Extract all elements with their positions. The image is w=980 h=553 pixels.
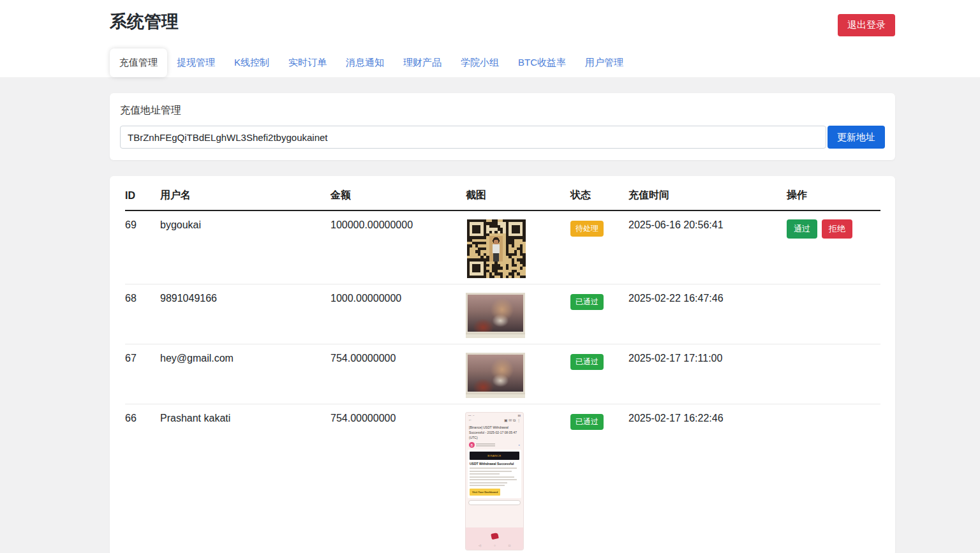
reject-button[interactable]: 拒绝 xyxy=(822,219,852,239)
tab-1[interactable]: 提现管理 xyxy=(167,48,225,77)
col-amount: 金额 xyxy=(330,177,466,210)
main-content: 充值地址管理 更新地址 ID用户名金额截图状态充值时间操作 69bygoukai… xyxy=(110,93,895,553)
page-header: 系统管理 退出登录 充值管理提现管理K线控制实时订单消息通知理财产品学院小组BT… xyxy=(0,0,980,77)
cell-actions xyxy=(787,284,880,344)
cell-screenshot xyxy=(466,210,570,284)
thumbs-up-icon xyxy=(491,533,499,540)
phone-footer: ◁○□ xyxy=(466,527,523,550)
address-card-title: 充值地址管理 xyxy=(120,104,885,117)
cell-id: 67 xyxy=(125,344,160,404)
cell-status: 已通过 xyxy=(570,284,628,344)
phone-screenshot[interactable]: ••• ◦ •▮▮ ←▣ ✉ ⧉ ⋮ [Binance] USDT Withdr… xyxy=(466,413,523,550)
phone-status-bar: ••• ◦ •▮▮ xyxy=(466,413,523,417)
update-address-button[interactable]: 更新地址 xyxy=(828,126,885,149)
col-actions: 操作 xyxy=(787,177,880,210)
cell-screenshot xyxy=(466,284,570,344)
qr-code-screenshot[interactable] xyxy=(466,219,526,278)
cell-id: 66 xyxy=(125,404,160,553)
back-icon: ← xyxy=(468,418,472,423)
cell-time: 2025-02-17 16:22:46 xyxy=(628,404,787,553)
photo-screenshot[interactable] xyxy=(466,353,525,398)
cell-time: 2025-02-17 17:11:00 xyxy=(628,344,787,404)
android-nav-bar: ◁○□ xyxy=(466,542,523,548)
table-row: 66Prashant kakati754.00000000 ••• ◦ •▮▮ … xyxy=(125,404,880,553)
sender-avatar: B xyxy=(469,442,475,448)
deposit-address-card: 充值地址管理 更新地址 xyxy=(110,93,895,160)
page-title: 系统管理 xyxy=(110,10,179,33)
tab-3[interactable]: 实时订单 xyxy=(279,48,336,77)
cell-screenshot: ••• ◦ •▮▮ ←▣ ✉ ⧉ ⋮ [Binance] USDT Withdr… xyxy=(466,404,570,553)
cell-amount: 100000.00000000 xyxy=(330,210,466,284)
reply-field xyxy=(468,500,521,505)
cell-username: Prashant kakati xyxy=(160,404,330,553)
deposit-table: ID用户名金额截图状态充值时间操作 69bygoukai100000.00000… xyxy=(125,177,880,553)
cell-time: 2025-06-16 20:56:41 xyxy=(628,210,787,284)
phone-toolbar: ←▣ ✉ ⧉ ⋮ xyxy=(466,417,523,424)
col-id: ID xyxy=(125,177,160,210)
col-status: 状态 xyxy=(570,177,628,210)
cell-amount: 754.00000000 xyxy=(330,404,466,553)
status-badge: 已通过 xyxy=(570,354,604,370)
table-row: 6898910491661000.00000000已通过2025-02-22 1… xyxy=(125,284,880,344)
tab-7[interactable]: BTC收益率 xyxy=(509,48,575,77)
col-time: 充值时间 xyxy=(628,177,787,210)
deposit-address-input[interactable] xyxy=(120,126,826,149)
photo-screenshot[interactable] xyxy=(466,293,525,338)
tab-2[interactable]: K线控制 xyxy=(225,48,279,77)
tab-0[interactable]: 充值管理 xyxy=(110,48,167,77)
cell-status: 已通过 xyxy=(570,404,628,553)
approve-button[interactable]: 通过 xyxy=(787,219,817,239)
binance-banner: BINANCE xyxy=(470,452,519,460)
cell-screenshot xyxy=(466,344,570,404)
tab-5[interactable]: 理财产品 xyxy=(394,48,451,77)
table-header-row: ID用户名金额截图状态充值时间操作 xyxy=(125,177,880,210)
email-heading: USDT Withdrawal Successful xyxy=(470,462,519,466)
email-body: BINANCE USDT Withdrawal Successful Visit… xyxy=(468,450,521,498)
cell-status: 待处理 xyxy=(570,210,628,284)
cell-actions xyxy=(787,404,880,553)
cell-username: hey@gmail.com xyxy=(160,344,330,404)
email-sender-row: B ▸ xyxy=(466,441,523,450)
cell-actions xyxy=(787,344,880,404)
tab-4[interactable]: 消息通知 xyxy=(336,48,394,77)
tab-8[interactable]: 用户管理 xyxy=(575,48,633,77)
col-screenshot: 截图 xyxy=(466,177,570,210)
status-badge: 已通过 xyxy=(570,294,604,310)
cell-status: 已通过 xyxy=(570,344,628,404)
cell-time: 2025-02-22 16:47:46 xyxy=(628,284,787,344)
cell-id: 69 xyxy=(125,210,160,284)
table-row: 67hey@gmail.com754.00000000已通过2025-02-17… xyxy=(125,344,880,404)
cell-username: bygoukai xyxy=(160,210,330,284)
deposit-records-card: ID用户名金额截图状态充值时间操作 69bygoukai100000.00000… xyxy=(110,176,895,553)
tab-bar: 充值管理提现管理K线控制实时订单消息通知理财产品学院小组BTC收益率用户管理 xyxy=(110,48,633,77)
tab-6[interactable]: 学院小组 xyxy=(451,48,509,77)
cell-amount: 1000.00000000 xyxy=(330,284,466,344)
dashboard-button: Visit Your Dashboard xyxy=(470,489,500,496)
status-badge: 待处理 xyxy=(570,221,604,237)
cell-actions: 通过拒绝 xyxy=(787,210,880,284)
cell-id: 68 xyxy=(125,284,160,344)
cell-username: 9891049166 xyxy=(160,284,330,344)
col-username: 用户名 xyxy=(160,177,330,210)
email-subject: [Binance] USDT Withdrawal Successful - 2… xyxy=(466,424,523,441)
table-row: 69bygoukai100000.00000000待处理2025-06-16 2… xyxy=(125,210,880,284)
status-badge: 已通过 xyxy=(570,414,604,430)
logout-button[interactable]: 退出登录 xyxy=(838,14,895,36)
cell-amount: 754.00000000 xyxy=(330,344,466,404)
